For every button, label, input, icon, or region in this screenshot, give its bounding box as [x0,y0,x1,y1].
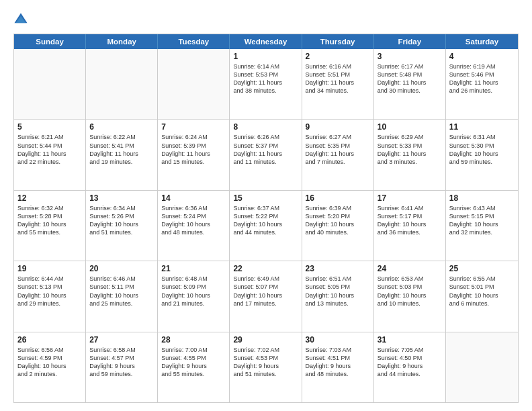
cal-cell-14: 14Sunrise: 6:36 AM Sunset: 5:24 PM Dayli… [158,191,230,261]
header [13,12,519,27]
calendar-row-3: 19Sunrise: 6:44 AM Sunset: 5:13 PM Dayli… [14,261,518,331]
cell-text: Sunrise: 6:53 AM Sunset: 5:03 PM Dayligh… [378,275,442,308]
day-number: 13 [89,193,154,203]
day-number: 21 [161,264,226,273]
cell-text: Sunrise: 7:02 AM Sunset: 4:53 PM Dayligh… [233,346,298,379]
cell-text: Sunrise: 6:27 AM Sunset: 5:35 PM Dayligh… [306,133,370,166]
cell-text: Sunrise: 6:14 AM Sunset: 5:53 PM Dayligh… [233,62,298,95]
cell-text: Sunrise: 6:39 AM Sunset: 5:20 PM Dayligh… [306,204,370,237]
cell-text: Sunrise: 6:44 AM Sunset: 5:13 PM Dayligh… [17,275,82,308]
cal-cell-21: 21Sunrise: 6:48 AM Sunset: 5:09 PM Dayli… [158,261,230,331]
day-number: 27 [89,335,154,345]
cell-text: Sunrise: 6:41 AM Sunset: 5:17 PM Dayligh… [378,204,442,237]
day-header-tuesday: Tuesday [158,34,230,49]
cell-text: Sunrise: 6:56 AM Sunset: 4:59 PM Dayligh… [17,346,82,379]
cal-cell-26: 26Sunrise: 6:56 AM Sunset: 4:59 PM Dayli… [14,332,86,402]
day-number: 20 [89,264,154,273]
cal-cell-8: 8Sunrise: 6:26 AM Sunset: 5:37 PM Daylig… [230,120,302,189]
cal-cell-3: 3Sunrise: 6:17 AM Sunset: 5:48 PM Daylig… [374,49,446,119]
cal-cell-25: 25Sunrise: 6:55 AM Sunset: 5:01 PM Dayli… [446,261,518,331]
cal-cell-11: 11Sunrise: 6:31 AM Sunset: 5:30 PM Dayli… [446,120,518,189]
day-header-thursday: Thursday [302,34,374,49]
calendar-row-1: 5Sunrise: 6:21 AM Sunset: 5:44 PM Daylig… [14,119,518,189]
cal-cell-17: 17Sunrise: 6:41 AM Sunset: 5:17 PM Dayli… [374,191,446,261]
cal-cell-27: 27Sunrise: 6:58 AM Sunset: 4:57 PM Dayli… [86,332,158,402]
cal-cell-24: 24Sunrise: 6:53 AM Sunset: 5:03 PM Dayli… [374,261,446,331]
day-number: 22 [233,264,298,273]
day-number: 11 [449,122,515,132]
cell-text: Sunrise: 6:34 AM Sunset: 5:26 PM Dayligh… [89,204,154,237]
day-header-saturday: Saturday [446,34,518,49]
cal-cell-13: 13Sunrise: 6:34 AM Sunset: 5:26 PM Dayli… [86,191,158,261]
day-number: 3 [378,52,442,61]
cal-cell-15: 15Sunrise: 6:37 AM Sunset: 5:22 PM Dayli… [230,191,302,261]
cell-text: Sunrise: 6:43 AM Sunset: 5:15 PM Dayligh… [449,204,515,237]
day-number: 4 [449,52,515,61]
day-number: 5 [17,122,82,132]
day-number: 16 [306,193,370,203]
day-header-sunday: Sunday [14,34,86,49]
cal-cell-12: 12Sunrise: 6:32 AM Sunset: 5:28 PM Dayli… [14,191,86,261]
day-number: 24 [378,264,442,273]
cal-cell-empty-0-0 [14,49,86,119]
cell-text: Sunrise: 6:37 AM Sunset: 5:22 PM Dayligh… [233,204,298,237]
day-number: 17 [378,193,442,203]
cal-cell-30: 30Sunrise: 7:03 AM Sunset: 4:51 PM Dayli… [302,332,374,402]
cell-text: Sunrise: 7:00 AM Sunset: 4:55 PM Dayligh… [161,346,226,379]
cell-text: Sunrise: 7:05 AM Sunset: 4:50 PM Dayligh… [378,346,442,379]
cal-cell-28: 28Sunrise: 7:00 AM Sunset: 4:55 PM Dayli… [158,332,230,402]
logo-icon [13,12,28,27]
day-number: 26 [17,335,82,345]
cell-text: Sunrise: 6:17 AM Sunset: 5:48 PM Dayligh… [378,62,442,95]
day-header-monday: Monday [86,34,158,49]
calendar-row-0: 1Sunrise: 6:14 AM Sunset: 5:53 PM Daylig… [14,49,518,119]
day-number: 9 [306,122,370,132]
cell-text: Sunrise: 6:29 AM Sunset: 5:33 PM Dayligh… [378,133,442,166]
cal-cell-5: 5Sunrise: 6:21 AM Sunset: 5:44 PM Daylig… [14,120,86,189]
cell-text: Sunrise: 7:03 AM Sunset: 4:51 PM Dayligh… [306,346,370,379]
cal-cell-29: 29Sunrise: 7:02 AM Sunset: 4:53 PM Dayli… [230,332,302,402]
cell-text: Sunrise: 6:49 AM Sunset: 5:07 PM Dayligh… [233,275,298,308]
cell-text: Sunrise: 6:46 AM Sunset: 5:11 PM Dayligh… [89,275,154,308]
day-header-wednesday: Wednesday [230,34,302,49]
cal-cell-empty-0-1 [86,49,158,119]
cal-cell-9: 9Sunrise: 6:27 AM Sunset: 5:35 PM Daylig… [302,120,374,189]
cell-text: Sunrise: 6:24 AM Sunset: 5:39 PM Dayligh… [161,133,226,166]
calendar-header: SundayMondayTuesdayWednesdayThursdayFrid… [14,34,518,49]
cal-cell-10: 10Sunrise: 6:29 AM Sunset: 5:33 PM Dayli… [374,120,446,189]
day-number: 6 [89,122,154,132]
day-number: 23 [306,264,370,273]
cell-text: Sunrise: 6:48 AM Sunset: 5:09 PM Dayligh… [161,275,226,308]
cell-text: Sunrise: 6:58 AM Sunset: 4:57 PM Dayligh… [89,346,154,379]
cell-text: Sunrise: 6:55 AM Sunset: 5:01 PM Dayligh… [449,275,515,308]
cal-cell-31: 31Sunrise: 7:05 AM Sunset: 4:50 PM Dayli… [374,332,446,402]
day-number: 31 [378,335,442,345]
page: SundayMondayTuesdayWednesdayThursdayFrid… [0,0,532,411]
cal-cell-20: 20Sunrise: 6:46 AM Sunset: 5:11 PM Dayli… [86,261,158,331]
day-number: 15 [233,193,298,203]
day-number: 8 [233,122,298,132]
cal-cell-23: 23Sunrise: 6:51 AM Sunset: 5:05 PM Dayli… [302,261,374,331]
cal-cell-4: 4Sunrise: 6:19 AM Sunset: 5:46 PM Daylig… [446,49,518,119]
day-header-friday: Friday [374,34,446,49]
cell-text: Sunrise: 6:26 AM Sunset: 5:37 PM Dayligh… [233,133,298,166]
logo [13,12,31,27]
day-number: 29 [233,335,298,345]
day-number: 25 [449,264,515,273]
cal-cell-empty-0-2 [158,49,230,119]
cal-cell-1: 1Sunrise: 6:14 AM Sunset: 5:53 PM Daylig… [230,49,302,119]
cal-cell-7: 7Sunrise: 6:24 AM Sunset: 5:39 PM Daylig… [158,120,230,189]
calendar-body: 1Sunrise: 6:14 AM Sunset: 5:53 PM Daylig… [14,49,518,402]
day-number: 2 [306,52,370,61]
calendar-row-2: 12Sunrise: 6:32 AM Sunset: 5:28 PM Dayli… [14,190,518,261]
calendar-row-4: 26Sunrise: 6:56 AM Sunset: 4:59 PM Dayli… [14,332,518,402]
cal-cell-empty-4-6 [446,332,518,402]
day-number: 7 [161,122,226,132]
day-number: 30 [306,335,370,345]
day-number: 28 [161,335,226,345]
day-number: 14 [161,193,226,203]
cal-cell-16: 16Sunrise: 6:39 AM Sunset: 5:20 PM Dayli… [302,191,374,261]
cell-text: Sunrise: 6:19 AM Sunset: 5:46 PM Dayligh… [449,62,515,95]
cell-text: Sunrise: 6:31 AM Sunset: 5:30 PM Dayligh… [449,133,515,166]
cal-cell-18: 18Sunrise: 6:43 AM Sunset: 5:15 PM Dayli… [446,191,518,261]
